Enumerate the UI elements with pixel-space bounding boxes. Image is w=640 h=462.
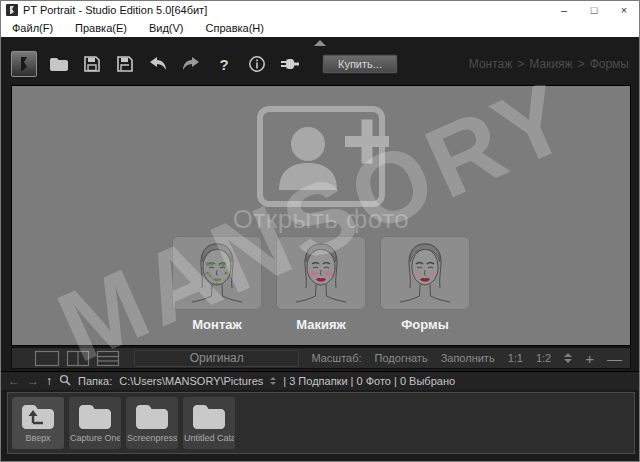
breadcrumb-makeup[interactable]: Макияж — [529, 57, 572, 71]
up-folder-icon[interactable]: ↑ — [46, 374, 52, 388]
browser-item-label: Untitled Cata... — [184, 433, 234, 443]
stacked-pane-icon — [96, 350, 120, 367]
open-photo-dropzone[interactable] — [246, 106, 396, 214]
help-icon: ? — [219, 56, 228, 73]
shapes-face-icon — [394, 240, 456, 306]
browser-item-untitled-catalog[interactable]: Untitled Cata... — [183, 397, 235, 449]
single-pane-icon — [34, 350, 60, 367]
collapse-panel-chevron-icon[interactable] — [314, 40, 326, 46]
save-button[interactable] — [81, 53, 103, 75]
makeup-face-icon — [290, 240, 352, 306]
folder-icon — [77, 402, 113, 430]
plug-icon — [280, 57, 300, 71]
spin-up-icon — [270, 377, 276, 380]
single-view-button[interactable] — [34, 350, 60, 367]
menu-edit[interactable]: Правка(E) — [64, 19, 138, 37]
zoom-1-1-button[interactable]: 1:1 — [508, 352, 523, 364]
spin-up-icon — [564, 353, 572, 357]
breadcrumb-montage[interactable]: Монтаж — [469, 57, 513, 71]
mode-label-shapes: Формы — [401, 317, 449, 332]
search-icon — [59, 374, 71, 386]
titlebar: PT Portrait - Studio Edition 5.0[64бит] … — [1, 1, 639, 19]
split-view-button[interactable] — [66, 350, 90, 367]
mode-label-montage: Монтаж — [192, 317, 241, 332]
spin-down-icon — [564, 359, 572, 363]
window-title: PT Portrait - Studio Edition 5.0[64бит] — [23, 4, 207, 16]
folder-label: Папка: — [78, 375, 112, 387]
maximize-button[interactable]: □ — [579, 1, 609, 19]
floppy-disk-icon — [83, 55, 101, 73]
minimize-button[interactable]: – — [549, 1, 579, 19]
browser-item-capture-one[interactable]: Capture One ... — [69, 397, 121, 449]
path-spinner[interactable] — [270, 377, 276, 385]
zoom-1-2-button[interactable]: 1:2 — [536, 352, 551, 364]
app-body: ? Купить... Монтаж > Макияж — [1, 37, 639, 461]
open-photo-label: Открыть фото — [12, 204, 630, 235]
forward-icon[interactable]: → — [27, 374, 39, 388]
browser-item-up[interactable]: Вверх — [12, 397, 64, 449]
plugin-button[interactable] — [279, 53, 301, 75]
folder-browser: Вверх Capture One ... Screenpresso Untit… — [7, 392, 635, 454]
browser-item-label: Screenpresso — [127, 433, 177, 443]
current-path[interactable]: C:\Users\MANSORY\Pictures — [119, 375, 263, 387]
folder-stats: | 3 Подпапки | 0 Фото | 0 Выбрано — [283, 375, 455, 387]
makeup-face-thumbnail[interactable] — [276, 236, 366, 310]
redo-arrow-icon — [181, 56, 201, 72]
undo-arrow-icon — [148, 56, 168, 72]
blush-left — [414, 271, 422, 276]
spin-down-icon — [270, 382, 276, 385]
mode-label-makeup: Макияж — [296, 317, 346, 332]
folder-up-icon — [20, 402, 56, 430]
toolbar: ? Купить... Монтаж > Макияж — [11, 47, 629, 81]
info-icon — [248, 55, 266, 73]
undo-button[interactable] — [147, 53, 169, 75]
floppy-disk-save-as-icon — [116, 55, 134, 73]
menu-view[interactable]: Вид(V) — [138, 19, 195, 37]
folder-icon — [134, 402, 170, 430]
zoom-fit-button[interactable]: Подогнать — [375, 352, 428, 364]
menu-help[interactable]: Справка(H) — [195, 19, 275, 37]
photo-canvas: Открыть фото — [11, 85, 631, 346]
browser-item-screenpresso[interactable]: Screenpresso — [126, 397, 178, 449]
view-mode-select[interactable]: Оригинал — [134, 350, 299, 367]
montage-face-thumbnail[interactable] — [172, 236, 262, 310]
folder-icon — [191, 402, 227, 430]
zoom-in-button[interactable]: + — [585, 350, 594, 367]
add-photo-icon — [246, 106, 396, 210]
face-profile-icon — [15, 55, 33, 73]
browser-item-label: Вверх — [25, 433, 50, 443]
breadcrumb-shapes[interactable]: Формы — [590, 57, 629, 71]
save-as-button[interactable] — [114, 53, 136, 75]
breadcrumb: Монтаж > Макияж > Формы — [469, 57, 629, 71]
breadcrumb-separator: > — [578, 57, 585, 71]
menubar: Файл(F) Правка(E) Вид(V) Справка(H) — [1, 19, 639, 37]
zoom-fill-button[interactable]: Заполнить — [441, 352, 495, 364]
mode-makeup[interactable]: Макияж — [276, 236, 366, 332]
search-button[interactable] — [59, 374, 71, 388]
zoom-value-spinner[interactable] — [564, 353, 572, 363]
mode-shortcuts: Монтаж — [172, 236, 470, 332]
menu-file[interactable]: Файл(F) — [1, 19, 64, 37]
info-button[interactable] — [246, 53, 268, 75]
scale-label: Масштаб: — [311, 352, 361, 364]
buy-button[interactable]: Купить... — [322, 54, 398, 74]
montage-face-icon — [186, 240, 248, 306]
mode-shapes[interactable]: Формы — [380, 236, 470, 332]
redo-button[interactable] — [180, 53, 202, 75]
blush-right — [324, 271, 332, 276]
open-folder-button[interactable] — [48, 53, 70, 75]
mode-montage[interactable]: Монтаж — [172, 236, 262, 332]
app-icon — [6, 4, 18, 16]
blush-left — [309, 271, 317, 276]
breadcrumb-separator: > — [517, 57, 524, 71]
help-button[interactable]: ? — [213, 53, 235, 75]
app-logo-button[interactable] — [11, 51, 37, 77]
blush-right — [429, 271, 437, 276]
back-icon[interactable]: ← — [8, 374, 20, 388]
stacked-view-button[interactable] — [96, 350, 120, 367]
close-button[interactable]: × — [609, 1, 639, 19]
browser-item-label: Capture One ... — [70, 433, 120, 443]
two-pane-icon — [66, 350, 90, 367]
shapes-face-thumbnail[interactable] — [380, 236, 470, 310]
zoom-out-button[interactable]: — — [607, 350, 622, 367]
